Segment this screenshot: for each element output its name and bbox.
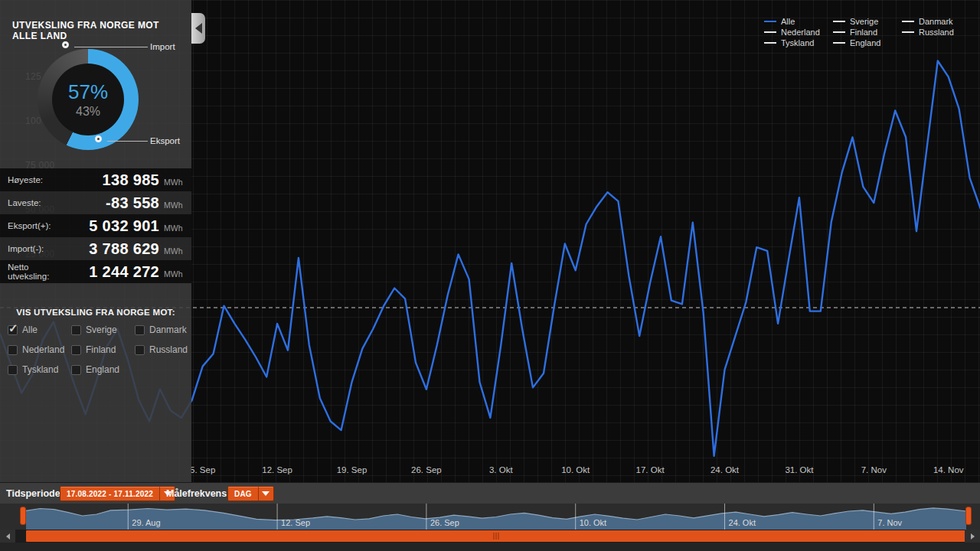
legend-line-swatch bbox=[902, 31, 914, 33]
stat-label: Import(-): bbox=[8, 244, 63, 253]
navigator-date-label: 29. Aug bbox=[132, 518, 160, 527]
legend-line-swatch bbox=[833, 31, 845, 33]
checkbox-box[interactable] bbox=[135, 325, 145, 335]
stat-value: 5 032 901 bbox=[63, 217, 159, 235]
legend-item-england[interactable]: England bbox=[833, 38, 891, 47]
bottom-strip bbox=[0, 543, 980, 551]
stat-label: Eksport(+): bbox=[8, 221, 63, 230]
navigator-date-label: 12. Sep bbox=[281, 518, 310, 527]
checkbox-label: England bbox=[86, 364, 119, 375]
navigator-left-handle[interactable] bbox=[20, 507, 26, 525]
checkbox-label: Finland bbox=[86, 344, 116, 355]
malefrekvens-dropdown[interactable]: DAG bbox=[227, 486, 274, 501]
checkbox-alle[interactable]: ✓Alle bbox=[8, 324, 71, 335]
scroll-left-button[interactable] bbox=[0, 530, 15, 543]
dashboard: 150 000125 000100 00075 00050 00025 000 … bbox=[0, 0, 980, 551]
checkmark-icon: ✓ bbox=[8, 321, 18, 335]
legend-label: Danmark bbox=[919, 17, 953, 26]
checkbox-russland[interactable]: Russland bbox=[135, 344, 187, 355]
chevron-left-icon bbox=[195, 23, 202, 34]
navigator-date-label: 7. Nov bbox=[877, 518, 902, 527]
stat-row: Høyeste:138 985MWh bbox=[0, 168, 191, 191]
stat-value: 138 985 bbox=[63, 171, 159, 189]
legend-item-tyskland[interactable]: Tyskland bbox=[764, 38, 822, 47]
import-label: Import bbox=[150, 42, 175, 51]
checkbox-box[interactable] bbox=[135, 345, 145, 355]
scrollbar-grip-icon bbox=[494, 533, 499, 540]
checkbox-box[interactable] bbox=[8, 365, 18, 375]
x-tick-label: 24. Okt bbox=[710, 465, 739, 474]
legend-label: Nederland bbox=[781, 28, 820, 37]
checkbox-box[interactable] bbox=[71, 325, 81, 335]
stat-row: Eksport(+):5 032 901MWh bbox=[0, 214, 191, 237]
checkbox-tyskland[interactable]: Tyskland bbox=[8, 364, 71, 375]
stat-row: Netto utveksling:1 244 272MWh bbox=[0, 260, 191, 283]
donut-center: 57% 43% bbox=[52, 64, 124, 135]
checkbox-label: Sverige bbox=[86, 324, 117, 335]
legend-item-danmark[interactable]: Danmark bbox=[902, 17, 960, 26]
x-tick-label: 31. Okt bbox=[785, 465, 813, 474]
checkbox-nederland[interactable]: Nederland bbox=[8, 344, 71, 355]
checkbox-label: Alle bbox=[22, 324, 38, 335]
tidsperiode-label: Tidsperiode: bbox=[6, 488, 64, 499]
malefrekvens-value: DAG bbox=[228, 487, 258, 500]
stats-sidebar: UTVEKSLING FRA NORGE MOT ALLE LAND 57% 4… bbox=[0, 0, 191, 482]
export-percentage: 57% bbox=[68, 80, 108, 104]
legend-item-russland[interactable]: Russland bbox=[902, 28, 960, 37]
caret-down-icon bbox=[262, 491, 270, 496]
legend-line-swatch bbox=[902, 21, 914, 22]
checkbox-danmark[interactable]: Danmark bbox=[135, 324, 187, 335]
legend-item-finland[interactable]: Finland bbox=[833, 28, 891, 37]
horizontal-scrollbar[interactable] bbox=[0, 530, 980, 543]
sidebar-title: UTVEKSLING FRA NORGE MOT ALLE LAND bbox=[12, 20, 185, 41]
checkbox-box[interactable] bbox=[71, 365, 81, 375]
import-leader-line bbox=[74, 47, 148, 47]
checkbox-box[interactable]: ✓ bbox=[8, 325, 18, 335]
legend-label: Sverige bbox=[850, 17, 878, 26]
eksport-label: Eksport bbox=[150, 136, 180, 145]
checkbox-box[interactable] bbox=[8, 345, 18, 355]
stat-label: Laveste: bbox=[8, 198, 63, 207]
stats-table: Høyeste:138 985MWhLaveste:-83 558MWhEksp… bbox=[0, 168, 191, 283]
stat-unit: MWh bbox=[164, 174, 185, 187]
scroll-right-button[interactable] bbox=[965, 530, 980, 543]
x-tick-label: 12. Sep bbox=[262, 465, 292, 474]
x-tick-label: 10. Okt bbox=[561, 465, 590, 474]
malefrekvens-label: Målefrekvens: bbox=[166, 488, 230, 499]
range-navigator[interactable]: 29. Aug12. Sep26. Sep10. Okt24. Okt7. No… bbox=[0, 504, 980, 530]
x-tick-label: 5. Sep bbox=[190, 465, 215, 474]
checkbox-finland[interactable]: Finland bbox=[71, 344, 135, 355]
stat-row: Import(-):3 788 629MWh bbox=[0, 237, 191, 260]
arrow-left-icon bbox=[6, 533, 10, 540]
navigator-right-handle[interactable] bbox=[965, 507, 972, 525]
tidsperiode-dropdown[interactable]: 17.08.2022 - 17.11.2022 bbox=[60, 486, 175, 501]
legend-item-alle[interactable]: Alle bbox=[764, 17, 822, 26]
tidsperiode-value: 17.08.2022 - 17.11.2022 bbox=[60, 487, 159, 500]
checkbox-label: Nederland bbox=[22, 344, 64, 355]
legend-item-nederland[interactable]: Nederland bbox=[764, 28, 822, 37]
legend-line-swatch bbox=[833, 42, 845, 44]
stat-row: Laveste:-83 558MWh bbox=[0, 191, 191, 214]
filter-section-title: VIS UTVEKSLING FRA NORGE MOT: bbox=[0, 308, 191, 317]
checkbox-box[interactable] bbox=[71, 345, 81, 355]
legend-label: Finland bbox=[850, 28, 877, 37]
country-filter-checkboxes: ✓AlleSverigeDanmarkNederlandFinlandRussl… bbox=[8, 324, 187, 375]
sidebar-collapse-button[interactable] bbox=[191, 13, 205, 44]
x-tick-label: 17. Okt bbox=[636, 465, 665, 474]
legend-line-swatch bbox=[833, 21, 845, 22]
malefrekvens-dropdown-arrow[interactable] bbox=[258, 487, 273, 500]
scrollbar-thumb[interactable] bbox=[26, 530, 966, 542]
legend-label: Russland bbox=[919, 28, 954, 37]
legend-item-sverige[interactable]: Sverige bbox=[833, 17, 891, 26]
legend-label: Alle bbox=[781, 17, 795, 26]
stat-unit: MWh bbox=[164, 266, 185, 279]
chart-legend: AlleNederlandTysklandSverigeFinlandEngla… bbox=[764, 17, 960, 47]
stat-value: 1 244 272 bbox=[63, 263, 159, 281]
stat-value: -83 558 bbox=[63, 194, 159, 212]
stat-label: Netto utveksling: bbox=[8, 262, 63, 281]
navigator-area bbox=[26, 508, 966, 530]
checkbox-sverige[interactable]: Sverige bbox=[71, 324, 135, 335]
checkbox-england[interactable]: England bbox=[71, 364, 135, 375]
legend-line-swatch bbox=[764, 31, 776, 33]
stat-unit: MWh bbox=[164, 220, 185, 233]
